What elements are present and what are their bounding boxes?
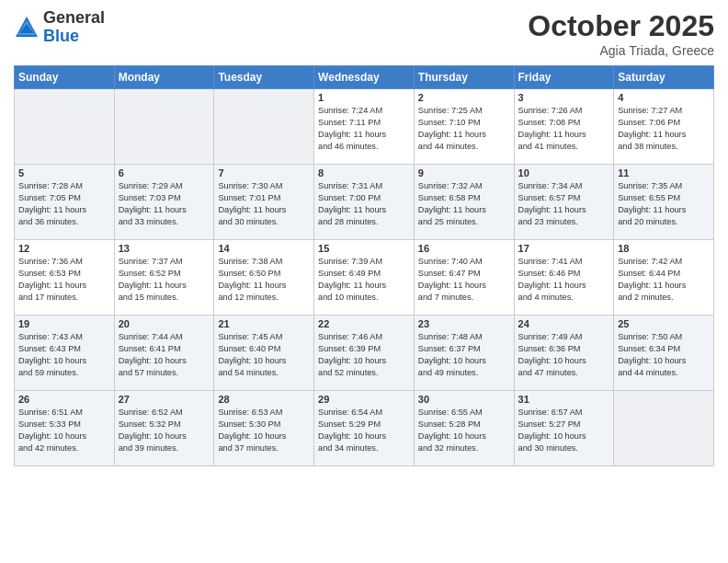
col-friday: Friday — [514, 66, 614, 89]
day-number: 14 — [218, 243, 310, 254]
day-number: 24 — [518, 318, 610, 329]
day-number: 27 — [119, 394, 210, 405]
day-info: Sunrise: 6:54 AM Sunset: 5:29 PM Dayligh… — [318, 407, 410, 454]
table-row: 21Sunrise: 7:45 AM Sunset: 6:40 PM Dayli… — [214, 316, 314, 391]
day-info: Sunrise: 7:41 AM Sunset: 6:46 PM Dayligh… — [518, 256, 610, 304]
table-row: 23Sunrise: 7:48 AM Sunset: 6:37 PM Dayli… — [414, 316, 514, 391]
table-row: 1Sunrise: 7:24 AM Sunset: 7:11 PM Daylig… — [314, 89, 415, 165]
calendar-header-row: Sunday Monday Tuesday Wednesday Thursday… — [15, 66, 714, 89]
day-number: 16 — [418, 243, 510, 254]
table-row: 14Sunrise: 7:38 AM Sunset: 6:50 PM Dayli… — [214, 240, 314, 316]
day-number: 8 — [318, 167, 410, 178]
calendar: Sunday Monday Tuesday Wednesday Thursday… — [14, 65, 714, 466]
table-row: 22Sunrise: 7:46 AM Sunset: 6:39 PM Dayli… — [314, 316, 415, 391]
table-row: 15Sunrise: 7:39 AM Sunset: 6:49 PM Dayli… — [314, 240, 415, 316]
table-row: 6Sunrise: 7:29 AM Sunset: 7:03 PM Daylig… — [114, 165, 214, 240]
calendar-week-row: 12Sunrise: 7:36 AM Sunset: 6:53 PM Dayli… — [15, 240, 714, 316]
table-row: 20Sunrise: 7:44 AM Sunset: 6:41 PM Dayli… — [114, 316, 214, 391]
col-wednesday: Wednesday — [314, 66, 415, 89]
table-row: 13Sunrise: 7:37 AM Sunset: 6:52 PM Dayli… — [114, 240, 214, 316]
table-row: 26Sunrise: 6:51 AM Sunset: 5:33 PM Dayli… — [15, 391, 115, 466]
day-number: 31 — [518, 394, 610, 405]
day-info: Sunrise: 7:37 AM Sunset: 6:52 PM Dayligh… — [119, 256, 210, 304]
day-number: 21 — [218, 318, 310, 329]
header: General Blue October 2025 Agia Triada, G… — [14, 9, 714, 58]
day-info: Sunrise: 7:28 AM Sunset: 7:05 PM Dayligh… — [18, 180, 110, 228]
day-info: Sunrise: 7:45 AM Sunset: 6:40 PM Dayligh… — [218, 331, 310, 379]
table-row: 18Sunrise: 7:42 AM Sunset: 6:44 PM Dayli… — [614, 240, 714, 316]
col-thursday: Thursday — [414, 66, 514, 89]
table-row: 10Sunrise: 7:34 AM Sunset: 6:57 PM Dayli… — [514, 165, 614, 240]
logo-blue: Blue — [43, 27, 79, 45]
day-info: Sunrise: 6:55 AM Sunset: 5:28 PM Dayligh… — [418, 407, 510, 454]
col-saturday: Saturday — [614, 66, 714, 89]
logo-text: General Blue — [43, 9, 105, 46]
day-info: Sunrise: 7:42 AM Sunset: 6:44 PM Dayligh… — [618, 256, 710, 304]
day-info: Sunrise: 6:53 AM Sunset: 5:30 PM Dayligh… — [218, 407, 310, 454]
table-row — [214, 89, 314, 165]
day-info: Sunrise: 7:44 AM Sunset: 6:41 PM Dayligh… — [119, 331, 210, 379]
day-number: 1 — [318, 92, 410, 103]
day-number: 11 — [618, 167, 710, 178]
table-row: 11Sunrise: 7:35 AM Sunset: 6:55 PM Dayli… — [614, 165, 714, 240]
day-info: Sunrise: 7:43 AM Sunset: 6:43 PM Dayligh… — [18, 331, 110, 379]
day-info: Sunrise: 7:50 AM Sunset: 6:34 PM Dayligh… — [618, 331, 710, 379]
day-info: Sunrise: 7:29 AM Sunset: 7:03 PM Dayligh… — [119, 180, 210, 228]
day-number: 18 — [618, 243, 710, 254]
day-info: Sunrise: 7:26 AM Sunset: 7:08 PM Dayligh… — [518, 105, 610, 153]
table-row: 19Sunrise: 7:43 AM Sunset: 6:43 PM Dayli… — [15, 316, 115, 391]
day-number: 25 — [618, 318, 710, 329]
day-info: Sunrise: 7:36 AM Sunset: 6:53 PM Dayligh… — [18, 256, 110, 304]
day-info: Sunrise: 7:35 AM Sunset: 6:55 PM Dayligh… — [618, 180, 710, 228]
calendar-week-row: 1Sunrise: 7:24 AM Sunset: 7:11 PM Daylig… — [15, 89, 714, 165]
day-info: Sunrise: 7:31 AM Sunset: 7:00 PM Dayligh… — [318, 180, 410, 228]
day-number: 15 — [318, 243, 410, 254]
table-row: 30Sunrise: 6:55 AM Sunset: 5:28 PM Dayli… — [414, 391, 514, 466]
table-row: 12Sunrise: 7:36 AM Sunset: 6:53 PM Dayli… — [15, 240, 115, 316]
table-row: 3Sunrise: 7:26 AM Sunset: 7:08 PM Daylig… — [514, 89, 614, 165]
page: General Blue October 2025 Agia Triada, G… — [0, 0, 728, 563]
calendar-week-row: 26Sunrise: 6:51 AM Sunset: 5:33 PM Dayli… — [15, 391, 714, 466]
day-info: Sunrise: 7:48 AM Sunset: 6:37 PM Dayligh… — [418, 331, 510, 379]
day-number: 6 — [119, 167, 210, 178]
table-row: 17Sunrise: 7:41 AM Sunset: 6:46 PM Dayli… — [514, 240, 614, 316]
day-info: Sunrise: 7:25 AM Sunset: 7:10 PM Dayligh… — [418, 105, 510, 153]
logo-icon — [14, 15, 40, 40]
col-tuesday: Tuesday — [214, 66, 314, 89]
calendar-week-row: 5Sunrise: 7:28 AM Sunset: 7:05 PM Daylig… — [15, 165, 714, 240]
day-info: Sunrise: 6:51 AM Sunset: 5:33 PM Dayligh… — [18, 407, 110, 454]
day-info: Sunrise: 7:49 AM Sunset: 6:36 PM Dayligh… — [518, 331, 610, 379]
table-row: 7Sunrise: 7:30 AM Sunset: 7:01 PM Daylig… — [214, 165, 314, 240]
day-info: Sunrise: 7:40 AM Sunset: 6:47 PM Dayligh… — [418, 256, 510, 304]
day-info: Sunrise: 7:34 AM Sunset: 6:57 PM Dayligh… — [518, 180, 610, 228]
day-info: Sunrise: 6:57 AM Sunset: 5:27 PM Dayligh… — [518, 407, 610, 454]
table-row — [15, 89, 115, 165]
day-number: 29 — [318, 394, 410, 405]
day-number: 7 — [218, 167, 310, 178]
day-number: 30 — [418, 394, 510, 405]
day-number: 19 — [18, 318, 110, 329]
table-row: 24Sunrise: 7:49 AM Sunset: 6:36 PM Dayli… — [514, 316, 614, 391]
table-row: 28Sunrise: 6:53 AM Sunset: 5:30 PM Dayli… — [214, 391, 314, 466]
table-row: 9Sunrise: 7:32 AM Sunset: 6:58 PM Daylig… — [414, 165, 514, 240]
logo: General Blue — [14, 9, 105, 46]
day-number: 23 — [418, 318, 510, 329]
title-block: October 2025 Agia Triada, Greece — [528, 9, 714, 58]
day-info: Sunrise: 7:27 AM Sunset: 7:06 PM Dayligh… — [618, 105, 710, 153]
table-row: 4Sunrise: 7:27 AM Sunset: 7:06 PM Daylig… — [614, 89, 714, 165]
day-number: 4 — [618, 92, 710, 103]
day-number: 12 — [18, 243, 110, 254]
day-info: Sunrise: 7:46 AM Sunset: 6:39 PM Dayligh… — [318, 331, 410, 379]
day-number: 2 — [418, 92, 510, 103]
day-number: 3 — [518, 92, 610, 103]
day-info: Sunrise: 6:52 AM Sunset: 5:32 PM Dayligh… — [119, 407, 210, 454]
day-number: 10 — [518, 167, 610, 178]
day-number: 9 — [418, 167, 510, 178]
calendar-week-row: 19Sunrise: 7:43 AM Sunset: 6:43 PM Dayli… — [15, 316, 714, 391]
day-number: 26 — [18, 394, 110, 405]
day-info: Sunrise: 7:30 AM Sunset: 7:01 PM Dayligh… — [218, 180, 310, 228]
table-row — [114, 89, 214, 165]
table-row: 16Sunrise: 7:40 AM Sunset: 6:47 PM Dayli… — [414, 240, 514, 316]
day-number: 28 — [218, 394, 310, 405]
location: Agia Triada, Greece — [528, 43, 714, 58]
